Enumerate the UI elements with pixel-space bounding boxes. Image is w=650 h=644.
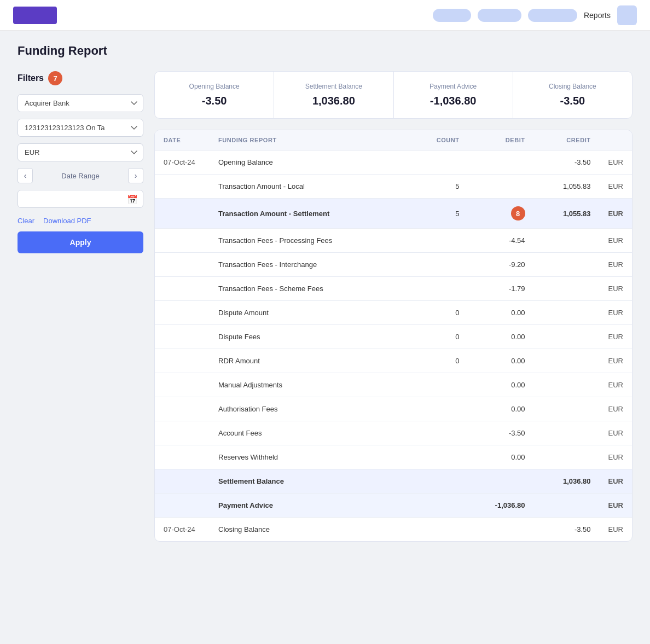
cell-credit: [534, 445, 600, 469]
acquirer-bank-select[interactable]: Acquirer Bank: [18, 94, 143, 112]
nav-pill-1[interactable]: [433, 9, 471, 22]
cell-credit: [534, 349, 600, 373]
summary-cards: Opening Balance -3.50 Settlement Balance…: [154, 71, 632, 119]
step-badge-8: 8: [511, 206, 525, 221]
cell-credit: [534, 494, 600, 518]
cell-date: [155, 325, 210, 349]
nav-pill-3[interactable]: [528, 9, 577, 22]
cell-count: [425, 229, 468, 253]
table-row: Settlement Balance1,036.80EUR: [155, 469, 632, 494]
date-input-wrapper: 07/10/2024 - 07/10/2024 📅: [18, 190, 143, 208]
cell-report: Transaction Fees - Interchange: [210, 253, 425, 277]
col-currency-header: [600, 130, 632, 150]
payment-advice-card: Payment Advice -1,036.80: [394, 72, 513, 118]
nav-user-icon[interactable]: [617, 5, 637, 25]
cell-report: Payment Advice: [210, 494, 425, 518]
cell-report: Transaction Fees - Processing Fees: [210, 229, 425, 253]
cell-date: [155, 301, 210, 325]
cell-count: [425, 469, 468, 494]
cell-count: [425, 518, 468, 542]
cell-currency: EUR: [600, 373, 632, 397]
cell-credit: -3.50: [534, 150, 600, 175]
closing-balance-card: Closing Balance -3.50: [513, 72, 632, 118]
filters-badge: 7: [48, 71, 62, 85]
cell-report: Authorisation Fees: [210, 397, 425, 421]
payment-advice-value: -1,036.80: [403, 95, 504, 107]
cell-debit: 0.00: [468, 445, 534, 469]
cell-report: Transaction Amount - Local: [210, 175, 425, 199]
cell-count: [425, 150, 468, 175]
cell-date: [155, 199, 210, 229]
cell-currency: EUR: [600, 518, 632, 542]
account-select[interactable]: 123123123123123 On Ta: [18, 119, 143, 137]
cell-count: [425, 373, 468, 397]
closing-balance-label: Closing Balance: [522, 83, 623, 90]
table-row: Transaction Amount - Settlement581,055.8…: [155, 199, 632, 229]
cell-debit: 0.00: [468, 325, 534, 349]
cell-count: 5: [425, 175, 468, 199]
cell-count: 0: [425, 325, 468, 349]
table-container: DATE FUNDING REPORT COUNT DEBIT CREDIT: [154, 130, 632, 542]
cell-debit: -1,036.80: [468, 494, 534, 518]
col-debit: DEBIT: [468, 130, 534, 150]
download-pdf-button[interactable]: Download PDF: [43, 217, 91, 225]
currency-select[interactable]: EUR: [18, 143, 143, 161]
cell-count: 0: [425, 349, 468, 373]
cell-report: RDR Amount: [210, 349, 425, 373]
funding-report-table: DATE FUNDING REPORT COUNT DEBIT CREDIT: [155, 130, 632, 541]
cell-count: [425, 445, 468, 469]
table-body: 07-Oct-24Opening Balance-3.50EURTransact…: [155, 150, 632, 542]
cell-count: 0: [425, 301, 468, 325]
cell-credit: [534, 277, 600, 301]
table-row: 07-Oct-24Opening Balance-3.50EUR: [155, 150, 632, 175]
page-title: Funding Report: [18, 44, 632, 58]
date-range-nav: ‹ Date Range ›: [18, 168, 143, 183]
cell-currency: EUR: [600, 397, 632, 421]
cell-currency: EUR: [600, 199, 632, 229]
cell-count: [425, 494, 468, 518]
apply-button[interactable]: Apply: [18, 231, 143, 253]
cell-report: Transaction Amount - Settlement: [210, 199, 425, 229]
table-row: Transaction Fees - Scheme Fees-1.79EUR: [155, 277, 632, 301]
cell-debit: 0.00: [468, 373, 534, 397]
cell-currency: EUR: [600, 150, 632, 175]
table-row: Transaction Fees - Interchange-9.20EUR: [155, 253, 632, 277]
cell-debit: [468, 469, 534, 494]
cell-currency: EUR: [600, 494, 632, 518]
cell-date: [155, 175, 210, 199]
cell-report: Manual Adjustments: [210, 373, 425, 397]
cell-date: [155, 397, 210, 421]
date-range-input[interactable]: 07/10/2024 - 07/10/2024: [18, 190, 143, 208]
action-row: Clear Download PDF: [18, 217, 143, 225]
settlement-balance-card: Settlement Balance 1,036.80: [274, 72, 393, 118]
cell-currency: EUR: [600, 175, 632, 199]
date-prev-btn[interactable]: ‹: [18, 168, 33, 183]
opening-balance-value: -3.50: [164, 95, 265, 107]
date-next-btn[interactable]: ›: [128, 168, 143, 183]
table-row: Authorisation Fees0.00EUR: [155, 397, 632, 421]
cell-currency: EUR: [600, 349, 632, 373]
cell-report: Settlement Balance: [210, 469, 425, 494]
clear-button[interactable]: Clear: [18, 217, 34, 225]
table-row: Account Fees-3.50EUR: [155, 421, 632, 445]
cell-date: [155, 229, 210, 253]
nav-pill-2[interactable]: [478, 9, 521, 22]
cell-report: Transaction Fees - Scheme Fees: [210, 277, 425, 301]
cell-date: [155, 445, 210, 469]
cell-date: [155, 421, 210, 445]
settlement-balance-value: 1,036.80: [283, 95, 384, 107]
cell-currency: EUR: [600, 277, 632, 301]
cell-currency: EUR: [600, 325, 632, 349]
cell-count: [425, 277, 468, 301]
top-nav: Reports: [0, 0, 650, 31]
cell-currency: EUR: [600, 229, 632, 253]
logo[interactable]: [13, 7, 57, 24]
nav-reports-link[interactable]: Reports: [584, 11, 611, 20]
cell-report: Opening Balance: [210, 150, 425, 175]
table-row: 07-Oct-24Closing Balance-3.50EUR: [155, 518, 632, 542]
cell-credit: 1,036.80: [534, 469, 600, 494]
table-header-row: DATE FUNDING REPORT COUNT DEBIT CREDIT: [155, 130, 632, 150]
table-row: Transaction Fees - Processing Fees-4.54E…: [155, 229, 632, 253]
cell-credit: [534, 421, 600, 445]
cell-debit: 8: [468, 199, 534, 229]
